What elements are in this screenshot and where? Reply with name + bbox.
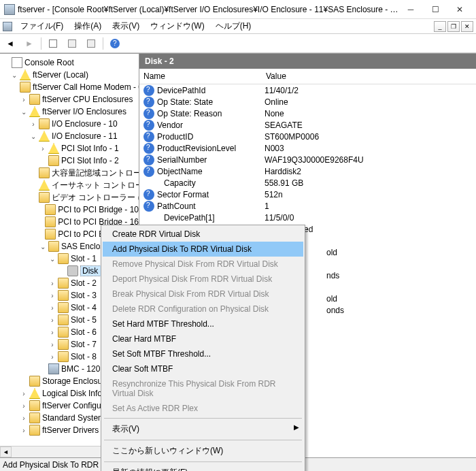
tree-slot4-label: Slot - 4	[71, 303, 97, 312]
ctx-item[interactable]: Set Soft MTBF Threshold...	[103, 346, 303, 361]
ctx-refresh[interactable]: 最新の情報に更新(F)	[103, 464, 303, 471]
menu-file[interactable]: ファイル(F)	[15, 19, 69, 33]
prop-row[interactable]: SerialNumberWAF19Q3J0000E9268F4U	[139, 154, 476, 165]
prop-value: 1	[265, 201, 269, 211]
tree-massctrl[interactable]: 大容量記憶域コントローラー -	[0, 167, 139, 179]
col-value[interactable]: Value	[266, 71, 286, 81]
prop-value: Online	[265, 97, 288, 107]
folder-icon	[20, 82, 31, 93]
prop-row[interactable]: ProductRevisionLevelN003	[139, 142, 476, 154]
ctx-newwin[interactable]: ここから新しいウィンドウ(W)	[103, 442, 303, 459]
tree-eth6[interactable]: イーサネット コントローラー - 6	[0, 179, 139, 191]
prop-columns[interactable]: Name Value	[139, 69, 476, 84]
tree-pcislot2[interactable]: PCI Slot Info - 2	[0, 155, 139, 167]
tree-bmc-label: BMC - 120	[61, 364, 100, 374]
tree-slot8-label: Slot - 8	[71, 352, 97, 361]
prop-name: DevicePathId	[157, 86, 265, 95]
folder-icon	[39, 192, 50, 203]
folder-icon	[29, 412, 40, 423]
ctx-item[interactable]: Add Physical Disk To RDR Virtual Disk	[103, 242, 303, 257]
child-close-button[interactable]: ✕	[461, 21, 473, 32]
prop-row[interactable]: DevicePathId11/40/1/2	[139, 84, 476, 96]
fwd-button[interactable]: ►	[22, 36, 37, 51]
prop-row[interactable]: Op State: StateOnline	[139, 96, 476, 108]
max-button[interactable]: ☐	[423, 1, 447, 18]
tree-io11[interactable]: ⌄I/O Enclosure - 11	[0, 130, 139, 142]
tree-callhome-label: ftServer Call Home Modem - 0	[33, 82, 139, 92]
prop-value: Harddisk2	[265, 167, 301, 176]
tree-root[interactable]: Console Root	[0, 56, 139, 69]
tree-ioenc-label: ftServer I/O Enclosures	[42, 107, 126, 116]
folder-icon	[45, 216, 56, 227]
tree-io10-label: I/O Enclosure - 10	[52, 119, 118, 129]
tree-eth6-label: イーサネット コントローラー - 6	[52, 180, 139, 191]
folder-icon	[58, 314, 69, 325]
prop-row[interactable]: ObjectNameHarddisk2	[139, 165, 476, 177]
prop-row[interactable]: ProductIDST600MP0006	[139, 131, 476, 142]
tree-callhome[interactable]: ftServer Call Home Modem - 0	[0, 81, 139, 93]
ctx-item: Resynchronize This Physical Disk From RD…	[103, 376, 303, 401]
prop-row[interactable]: VendorSEAGATE	[139, 119, 476, 131]
tree-ftserver[interactable]: ⌄ftServer (Local)	[0, 69, 139, 81]
prop-name: DevicePath[1]	[157, 213, 265, 223]
warn-icon	[20, 69, 31, 80]
scroll-left-button[interactable]: ◄	[0, 446, 12, 457]
disk-icon	[67, 265, 78, 276]
prop-row[interactable]: DevicePath[1]11/5/0/0	[139, 212, 476, 223]
close-button[interactable]: ✕	[447, 1, 472, 18]
console-icon	[12, 57, 22, 68]
col-name[interactable]: Name	[143, 71, 266, 81]
folder-icon	[29, 400, 40, 411]
ctx-item[interactable]: Create RDR Virtual Disk	[103, 227, 303, 242]
tree-slot7-label: Slot - 7	[71, 340, 97, 349]
menu-action[interactable]: 操作(A)	[69, 19, 107, 33]
toolbar-sep	[41, 37, 41, 50]
details-header: Disk - 2	[139, 54, 476, 69]
menubar-app-icon	[3, 22, 12, 31]
titlebar: ftserver - [Console Root¥ftServer (Local…	[0, 0, 476, 19]
menu-help[interactable]: ヘルプ(H)	[210, 19, 257, 33]
folder-icon	[39, 118, 50, 129]
child-restore-button[interactable]: ❐	[447, 21, 460, 32]
info-icon	[143, 85, 154, 96]
tree-pci10[interactable]: PCI to PCI Bridge - 10	[0, 204, 139, 216]
child-min-button[interactable]: _	[434, 21, 446, 32]
prop-value: WAF19Q3J0000E9268F4U	[265, 155, 364, 165]
ctx-item: Set As Active RDR Plex	[103, 401, 303, 416]
menu-view[interactable]: 表示(V)	[107, 19, 145, 33]
prop-name: ProductRevisionLevel	[157, 144, 265, 153]
warn-icon	[29, 106, 40, 117]
back-button[interactable]: ◄	[3, 36, 18, 51]
up-button[interactable]	[46, 36, 61, 51]
prop-row[interactable]: Sector Format512n	[139, 189, 476, 200]
tree-io11-label: I/O Enclosure - 11	[52, 131, 118, 141]
props-button[interactable]	[65, 36, 80, 51]
menu-window[interactable]: ウィンドウ(W)	[145, 19, 209, 33]
context-sep	[104, 418, 302, 419]
prop-value: ST600MP0006	[265, 132, 319, 142]
min-button[interactable]: ─	[398, 1, 423, 18]
prop-value: 11/5/0/0	[265, 213, 294, 223]
prop-row[interactable]: Capacity558.91 GB	[139, 177, 476, 189]
tree-ioenc[interactable]: ⌄ftServer I/O Enclosures	[0, 105, 139, 118]
prop-row[interactable]: PathCount1	[139, 200, 476, 212]
unknown-button[interactable]	[84, 36, 99, 51]
prop-value-partial: nds	[326, 271, 339, 280]
context-menu[interactable]: Create RDR Virtual DiskAdd Physical Disk…	[101, 225, 305, 471]
tree-io10[interactable]: ›I/O Enclosure - 10	[0, 118, 139, 130]
ctx-item[interactable]: Clear Hard MTBF	[103, 331, 303, 346]
warn-icon	[29, 388, 40, 399]
prop-row[interactable]: Op State: ReasonNone	[139, 108, 476, 119]
ctx-item[interactable]: Clear Soft MTBF	[103, 361, 303, 376]
folder-icon	[58, 278, 69, 289]
tree-ftserver-label: ftServer (Local)	[33, 70, 88, 80]
tree-cpu[interactable]: ›ftServer CPU Enclosures	[0, 93, 139, 105]
info-icon	[143, 97, 154, 108]
ctx-item[interactable]: Set Hard MTBF Threshold...	[103, 316, 303, 331]
folder-icon	[29, 425, 40, 436]
ctx-view[interactable]: 表示(V)▶	[103, 421, 303, 438]
tree-pcislot1[interactable]: ›PCI Slot Info - 1	[0, 142, 139, 155]
prop-value: 11/40/1/2	[265, 86, 299, 95]
help-button[interactable]	[107, 36, 122, 51]
tree-vga[interactable]: ビデオ コントローラー (VGA 互換	[0, 191, 139, 204]
